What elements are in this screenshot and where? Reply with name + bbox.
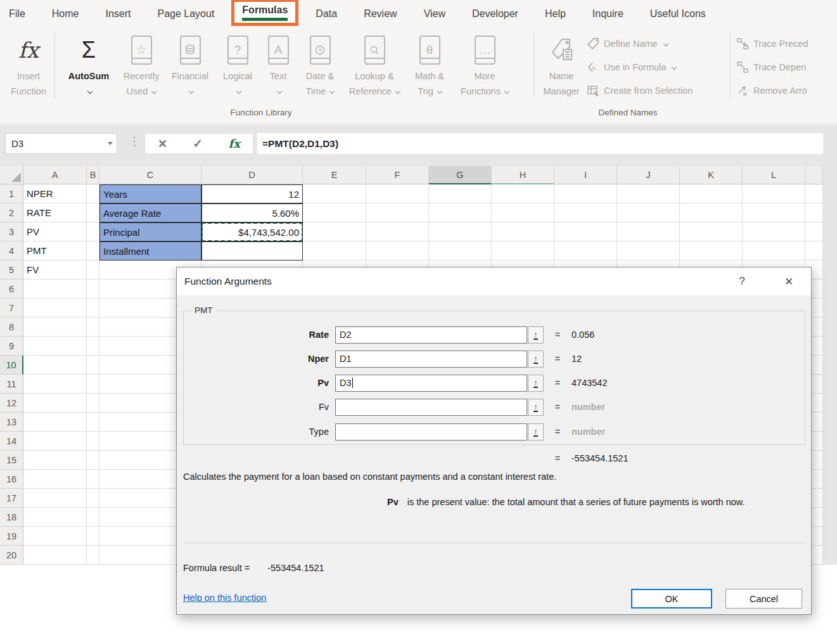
- cell-I2[interactable]: [554, 203, 617, 222]
- dialog-title[interactable]: Function Arguments: [177, 267, 811, 295]
- row-header-4[interactable]: 4: [0, 242, 23, 261]
- cell-edge1[interactable]: [805, 184, 823, 203]
- cell-A15[interactable]: [23, 451, 87, 470]
- column-header-G[interactable]: G: [429, 166, 492, 184]
- cell-D3[interactable]: $4,743,542.00: [201, 222, 303, 242]
- cell-B19[interactable]: [87, 527, 99, 546]
- cell-A16[interactable]: [23, 470, 87, 489]
- rate-collapse-button[interactable]: ↑: [528, 326, 544, 344]
- column-header-L[interactable]: L: [743, 166, 805, 184]
- row-header-16[interactable]: 16: [0, 470, 23, 489]
- cell-A14[interactable]: [23, 432, 87, 451]
- tab-page-layout[interactable]: Page Layout: [144, 8, 227, 20]
- recently-used-button[interactable]: ☆ Recently Used: [119, 32, 163, 99]
- cell-D4[interactable]: [201, 242, 303, 261]
- fv-collapse-button[interactable]: ↑: [528, 399, 544, 416]
- cell-F2[interactable]: [366, 203, 429, 222]
- cell-B15[interactable]: [87, 451, 99, 470]
- cell-A18[interactable]: [23, 508, 87, 527]
- cell-B6[interactable]: [87, 280, 99, 299]
- row-header-11[interactable]: 11: [0, 375, 23, 394]
- math-trig-button[interactable]: θ Math & Trig: [409, 32, 450, 99]
- name-manager-button[interactable]: Name Manager: [539, 32, 584, 99]
- cell-A2[interactable]: RATE: [23, 203, 87, 222]
- cell-J2[interactable]: [617, 203, 680, 222]
- cell-L1[interactable]: [743, 184, 805, 203]
- cell-C2[interactable]: Average Rate: [99, 203, 201, 222]
- nper-collapse-button[interactable]: ↑: [528, 351, 544, 368]
- cell-B20[interactable]: [87, 546, 99, 565]
- cell-B13[interactable]: [87, 413, 99, 432]
- row-header-15[interactable]: 15: [0, 451, 23, 470]
- row-header-17[interactable]: 17: [0, 489, 23, 508]
- cell-B7[interactable]: [87, 299, 99, 318]
- cell-K1[interactable]: [680, 184, 743, 203]
- row-header-5[interactable]: 5: [0, 261, 23, 280]
- cell-A5[interactable]: FV: [23, 261, 87, 280]
- cell-edge4[interactable]: [805, 242, 823, 261]
- cell-A13[interactable]: [23, 413, 87, 432]
- cell-I1[interactable]: [554, 184, 617, 203]
- cell-A3[interactable]: PV: [23, 222, 87, 242]
- row-header-8[interactable]: 8: [0, 318, 23, 337]
- cell-G4[interactable]: [429, 242, 492, 261]
- cell-A19[interactable]: [23, 527, 87, 546]
- row-header-19[interactable]: 19: [0, 527, 23, 546]
- cell-J3[interactable]: [617, 222, 680, 242]
- cell-F1[interactable]: [366, 184, 429, 203]
- cell-B3[interactable]: [87, 222, 99, 242]
- trace-precedents-button[interactable]: Trace Preced: [736, 34, 808, 53]
- cell-B18[interactable]: [87, 508, 99, 527]
- row-header-10[interactable]: 10: [0, 356, 23, 375]
- cell-I4[interactable]: [554, 242, 617, 261]
- cell-J4[interactable]: [617, 242, 680, 261]
- cell-G1[interactable]: [429, 184, 492, 203]
- column-header-I[interactable]: I: [554, 166, 617, 184]
- fv-input[interactable]: [335, 399, 527, 416]
- row-header-6[interactable]: 6: [0, 280, 23, 299]
- column-header-H[interactable]: H: [492, 166, 554, 184]
- insert-function-button[interactable]: fx Insert Function: [6, 32, 51, 99]
- cell-A10[interactable]: [23, 356, 87, 375]
- cell-A17[interactable]: [23, 489, 87, 508]
- cell-E2[interactable]: [303, 203, 366, 222]
- rate-input[interactable]: D2: [335, 326, 527, 344]
- financial-button[interactable]: Financial: [166, 32, 214, 99]
- trace-dependents-button[interactable]: Trace Depen: [736, 58, 806, 77]
- row-header-18[interactable]: 18: [0, 508, 23, 527]
- formula-bar-grip-icon[interactable]: ⋮: [129, 134, 140, 148]
- row-header-7[interactable]: 7: [0, 299, 23, 318]
- cell-E4[interactable]: [303, 242, 366, 261]
- row-header-14[interactable]: 14: [0, 432, 23, 451]
- row-header-2[interactable]: 2: [0, 203, 23, 222]
- cell-H2[interactable]: [492, 203, 554, 222]
- cell-B9[interactable]: [87, 337, 99, 356]
- cell-B11[interactable]: [87, 375, 99, 394]
- cell-B4[interactable]: [87, 242, 99, 261]
- create-from-selection-button[interactable]: Create from Selection: [587, 81, 693, 100]
- cell-K4[interactable]: [680, 242, 743, 261]
- cell-B5[interactable]: [87, 261, 99, 280]
- cell-A4[interactable]: PMT: [23, 242, 87, 261]
- column-header-E[interactable]: E: [303, 166, 366, 184]
- cell-G3[interactable]: [429, 222, 492, 242]
- tab-review[interactable]: Review: [350, 8, 410, 20]
- formula-input[interactable]: =PMT(D2,D1,D3): [257, 133, 823, 154]
- row-header-1[interactable]: 1: [0, 184, 23, 203]
- cell-G2[interactable]: [429, 203, 492, 222]
- nper-input[interactable]: D1: [335, 351, 527, 368]
- cancel-button[interactable]: Cancel: [725, 589, 802, 609]
- row-header-13[interactable]: 13: [0, 413, 23, 432]
- pv-collapse-button[interactable]: ↑: [528, 375, 544, 392]
- row-header-3[interactable]: 3: [0, 222, 23, 242]
- column-header-D[interactable]: D: [201, 166, 303, 184]
- cell-A20[interactable]: [23, 546, 87, 565]
- cell-C1[interactable]: Years: [99, 184, 201, 203]
- cell-B17[interactable]: [87, 489, 99, 508]
- define-name-button[interactable]: Define Name: [587, 34, 668, 53]
- cell-C4[interactable]: Installment: [99, 242, 201, 261]
- cell-edge3[interactable]: [805, 222, 823, 242]
- lookup-reference-button[interactable]: Lookup & Reference: [347, 32, 402, 99]
- cell-B14[interactable]: [87, 432, 99, 451]
- cancel-entry-icon[interactable]: ✕: [158, 137, 167, 151]
